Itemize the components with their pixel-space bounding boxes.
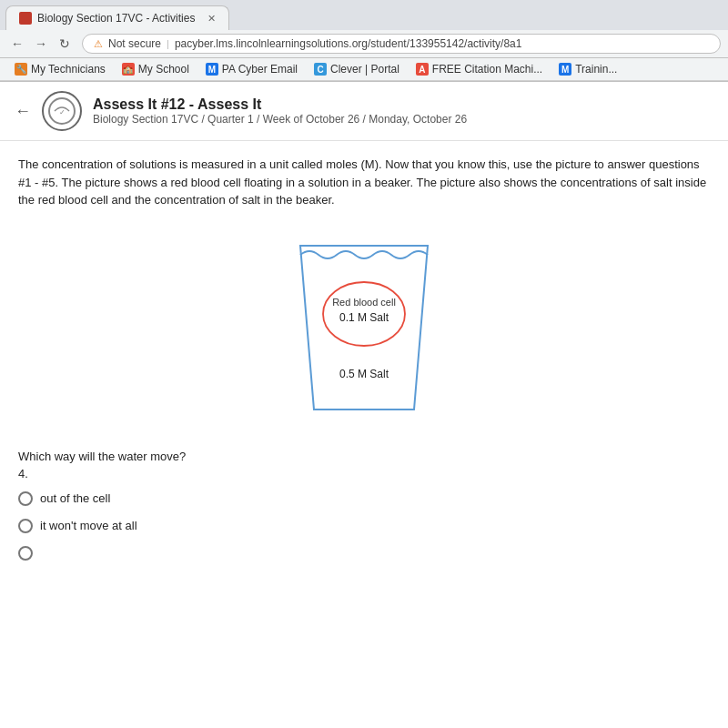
assess-it-svg: ✓ <box>47 96 76 126</box>
beaker-svg: Red blood cell 0.1 M Salt 0.5 M Salt <box>273 228 455 428</box>
svg-text:0.5 M Salt: 0.5 M Salt <box>339 368 389 380</box>
bookmark-label: PA Cyber Email <box>222 63 298 76</box>
option-label-1: out of the cell <box>40 491 110 505</box>
bookmark-clever-portal[interactable]: C Clever | Portal <box>307 61 407 77</box>
security-icon: ⚠ <box>94 38 103 50</box>
pa-cyber-email-icon: M <box>206 63 218 76</box>
option-row-2: it won't move at all <box>18 519 710 533</box>
url-text: pacyber.lms.lincolnlearningsolutions.org… <box>175 37 522 50</box>
tab-close-button[interactable]: ✕ <box>207 13 216 25</box>
page-header: ← ✓ Assess It #12 - Assess It Biology Se… <box>0 82 728 141</box>
question-text: Which way will the water move? <box>18 450 710 463</box>
reload-button[interactable]: ↻ <box>55 34 75 54</box>
radio-option-3[interactable] <box>18 546 33 561</box>
forward-nav-button[interactable]: → <box>31 34 51 54</box>
question-section: Which way will the water move? 4. out of… <box>18 450 710 561</box>
radio-option-2[interactable] <box>18 519 33 533</box>
back-button[interactable]: ← <box>15 102 31 121</box>
bookmark-label: Clever | Portal <box>330 63 399 76</box>
address-bar-row: ← → ↻ ⚠ Not secure | pacyber.lms.lincoln… <box>0 30 728 58</box>
svg-text:✓: ✓ <box>59 108 66 116</box>
bookmark-pa-cyber-email[interactable]: M PA Cyber Email <box>198 61 305 77</box>
assess-it-icon: ✓ <box>42 91 82 131</box>
my-school-icon: 🏫 <box>122 63 135 76</box>
tab-bar: Biology Section 17VC - Activities ✕ <box>0 0 728 30</box>
page-title: Assess It #12 - Assess It <box>93 96 467 113</box>
radio-option-1[interactable] <box>18 491 33 506</box>
bookmark-my-technicians[interactable]: 🔧 My Technicians <box>7 61 113 77</box>
bookmark-label: Trainin... <box>575 63 617 76</box>
active-tab[interactable]: Biology Section 17VC - Activities ✕ <box>5 5 229 30</box>
bookmark-label: FREE Citation Machi... <box>432 63 542 76</box>
browser-chrome: Biology Section 17VC - Activities ✕ ← → … <box>0 0 728 82</box>
option-label-2: it won't move at all <box>40 519 137 532</box>
question-number: 4. <box>18 467 710 480</box>
free-citation-icon: A <box>416 63 429 76</box>
beaker-diagram: Red blood cell 0.1 M Salt 0.5 M Salt <box>18 228 710 428</box>
tab-label: Biology Section 17VC - Activities <box>37 12 195 25</box>
bookmark-label: My Technicians <box>31 63 106 76</box>
separator: | <box>167 38 169 49</box>
not-secure-label: Not secure <box>108 37 161 50</box>
clever-portal-icon: C <box>314 63 327 76</box>
option-row-3 <box>18 546 710 561</box>
intro-text: The concentration of solutions is measur… <box>18 156 710 209</box>
bookmark-free-citation[interactable]: A FREE Citation Machi... <box>409 61 550 77</box>
header-text: Assess It #12 - Assess It Biology Sectio… <box>93 96 467 126</box>
bookmarks-bar: 🔧 My Technicians 🏫 My School M PA Cyber … <box>0 58 728 81</box>
address-field[interactable]: ⚠ Not secure | pacyber.lms.lincolnlearni… <box>82 34 721 54</box>
page-subtitle: Biology Section 17VC / Quarter 1 / Week … <box>93 113 467 126</box>
bookmark-my-school[interactable]: 🏫 My School <box>115 61 197 77</box>
svg-text:0.1 M Salt: 0.1 M Salt <box>339 311 389 324</box>
back-nav-button[interactable]: ← <box>7 34 27 54</box>
nav-buttons: ← → ↻ <box>7 34 75 54</box>
svg-text:Red blood cell: Red blood cell <box>332 297 396 308</box>
bookmark-label: My School <box>138 63 189 76</box>
main-content: The concentration of solutions is measur… <box>0 141 728 728</box>
training-icon: M <box>559 63 571 76</box>
my-technicians-icon: 🔧 <box>15 63 27 76</box>
tab-favicon <box>19 12 32 25</box>
option-row-1: out of the cell <box>18 491 710 506</box>
bookmark-training[interactable]: M Trainin... <box>551 61 624 77</box>
